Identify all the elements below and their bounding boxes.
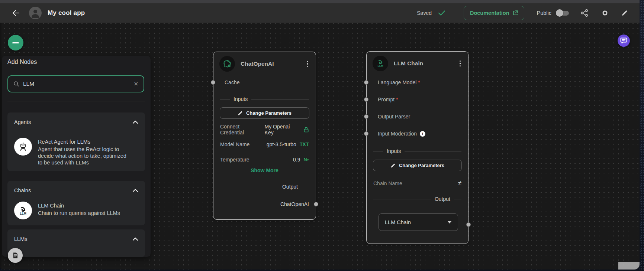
field-chain-name[interactable]: Chain Name ≠ [367, 177, 468, 190]
field-connect-credential[interactable]: Connect Credential My Openai Key [213, 123, 316, 136]
llm-chain-icon: LLM [14, 202, 32, 219]
avatar[interactable] [29, 7, 42, 19]
item-texts: LLM Chain Chain to run queries against L… [38, 202, 120, 219]
svg-text:LLM: LLM [20, 212, 26, 215]
minus-icon [12, 42, 19, 43]
node-item-llm-chain[interactable]: LLM LLM Chain Chain to run queries again… [14, 202, 138, 219]
public-toggle[interactable] [556, 9, 570, 17]
inputs-divider: Inputs [373, 147, 461, 155]
notes-button[interactable] [8, 248, 23, 263]
change-parameters-button[interactable]: Change Parameters [220, 107, 309, 119]
document-icon [12, 252, 19, 259]
node-llm-chain[interactable]: LLM LLM Chain Language Model * Prompt * … [366, 51, 468, 244]
txt-badge: TXT [300, 142, 309, 147]
toggle-knob [556, 9, 563, 17]
required-marker: * [418, 79, 420, 85]
settings-button[interactable] [601, 9, 609, 17]
chevron-up-icon [132, 120, 138, 124]
item-description: Agent that uses the ReAct logic to decid… [38, 146, 126, 166]
item-texts: ReAct Agent for LLMs Agent that uses the… [38, 138, 126, 166]
anchor-row-prompt: Prompt * [367, 93, 468, 106]
input-handle-language-model[interactable] [364, 80, 368, 85]
output-handle-llm-chain[interactable] [466, 222, 471, 227]
lock-icon [303, 127, 309, 133]
field-model-name[interactable]: Model Name gpt-3.5-turbo TXT [213, 138, 316, 151]
node-title: LLM Chain [394, 60, 458, 67]
dropdown-value: LLM Chain [385, 219, 411, 225]
expression-icon[interactable]: ≠ [458, 180, 461, 187]
anchor-row-cache: Cache [213, 76, 316, 89]
zoom-out-button[interactable] [8, 35, 23, 50]
node-header: ChatOpenAI [213, 56, 316, 72]
app-window: My cool app Saved Documentation Public [0, 0, 640, 270]
pencil-icon [621, 9, 628, 17]
share-button[interactable] [580, 9, 589, 17]
node-menu-icon[interactable] [306, 59, 310, 69]
arrow-left-icon [12, 9, 20, 17]
output-row: ChatOpenAI [213, 197, 316, 211]
desktop-background: { "colors": { "accent_green": "#2f9e73",… [0, 0, 644, 271]
react-agent-icon [14, 138, 32, 156]
chevron-up-icon [132, 237, 138, 241]
section-label: Chains [14, 187, 31, 193]
pencil-icon [390, 163, 396, 168]
chat-bubble-icon [620, 37, 627, 44]
number-badge: № [304, 157, 309, 162]
clear-search-icon[interactable]: ✕ [111, 81, 138, 87]
caret-down-icon [447, 221, 452, 223]
show-more-link[interactable]: Show More [213, 167, 316, 173]
section-label: LLMs [14, 236, 27, 242]
info-icon[interactable]: i [420, 131, 425, 137]
node-chatopenai[interactable]: ChatOpenAI Cache Inputs Change Parameter… [213, 52, 316, 220]
anchor-label: Output Parser [373, 114, 410, 120]
input-handle-output-parser[interactable] [364, 114, 368, 119]
field-label: Chain Name [373, 180, 402, 186]
flow-canvas[interactable]: Add Nodes ✕ Agents [0, 23, 640, 270]
change-parameters-button[interactable]: Change Parameters [373, 160, 462, 171]
edit-button[interactable] [621, 9, 628, 17]
node-item-react-agent[interactable]: ReAct Agent for LLMs Agent that uses the… [14, 138, 138, 166]
section-llms: LLMs [7, 229, 145, 257]
documentation-label: Documentation [470, 10, 509, 16]
saved-check-icon [438, 10, 446, 16]
external-link-icon [513, 10, 518, 16]
window-top-strip [0, 0, 640, 3]
input-handle-input-moderation[interactable] [364, 131, 368, 136]
input-handle-prompt[interactable] [364, 97, 368, 102]
minimap[interactable] [618, 262, 640, 270]
page-title: My cool app [48, 9, 85, 17]
anchor-label: Language Model [373, 79, 416, 85]
field-value: gpt-3.5-turbo [267, 141, 296, 147]
output-handle-chatopenai[interactable] [314, 202, 318, 206]
node-header: LLM LLM Chain [367, 55, 468, 72]
field-temperature[interactable]: Temperature 0.9 № [213, 153, 316, 166]
search-icon [13, 81, 19, 87]
person-icon [29, 7, 42, 19]
section-llms-header[interactable]: LLMs [14, 235, 138, 244]
input-handle-cache[interactable] [211, 80, 215, 85]
item-title: LLM Chain [38, 202, 120, 209]
item-title: ReAct Agent for LLMs [38, 138, 126, 145]
field-value: 0.9 [293, 157, 300, 163]
chevron-up-icon [132, 189, 138, 192]
output-divider: Output [373, 195, 461, 203]
field-label: Model Name [220, 141, 249, 147]
share-nodes-icon [580, 9, 589, 17]
documentation-button[interactable]: Documentation [464, 6, 524, 20]
node-title: ChatOpenAI [241, 61, 306, 67]
node-menu-icon[interactable] [458, 59, 463, 68]
output-divider: Output [220, 183, 309, 190]
output-type-dropdown[interactable]: LLM Chain [379, 213, 458, 231]
node-search-box[interactable]: ✕ [7, 75, 144, 92]
chat-button[interactable] [618, 35, 630, 47]
section-label: Agents [14, 119, 31, 125]
llm-chain-logo-icon: LLM [373, 56, 388, 71]
field-label: Temperature [220, 157, 249, 163]
section-agents-header[interactable]: Agents [14, 118, 138, 127]
required-marker: * [396, 97, 398, 102]
back-button[interactable] [11, 8, 21, 18]
pencil-icon [238, 111, 243, 116]
openai-logo-icon [219, 56, 235, 72]
anchor-label: Prompt [373, 97, 395, 102]
section-chains-header[interactable]: Chains [14, 186, 138, 195]
